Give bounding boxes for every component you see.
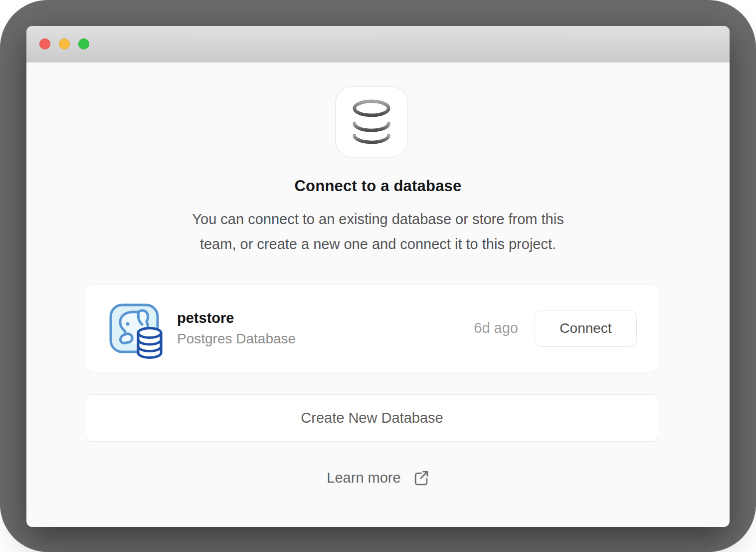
dialog-title: Connect to a database: [26, 177, 730, 195]
external-link-icon: [413, 470, 429, 486]
zoom-window-button[interactable]: [78, 38, 89, 49]
database-name: petstore: [177, 310, 296, 326]
database-last-used: 6d ago: [474, 320, 518, 336]
window-titlebar: [26, 26, 730, 62]
database-type: Postgres Database: [177, 331, 296, 347]
create-new-database-button[interactable]: Create New Database: [86, 394, 658, 442]
app-window: Connect to a database You can connect to…: [26, 26, 730, 527]
dialog-description-line1: You can connect to an existing database …: [192, 211, 564, 227]
dialog-description: You can connect to an existing database …: [26, 207, 730, 257]
close-window-button[interactable]: [39, 38, 50, 49]
database-list-item: petstore Postgres Database 6d ago Connec…: [86, 284, 658, 372]
connect-button[interactable]: Connect: [535, 310, 637, 347]
postgres-elephant-icon: [109, 303, 159, 353]
learn-more-label: Learn more: [327, 470, 400, 486]
minimize-window-button[interactable]: [59, 38, 70, 49]
database-icon: [346, 96, 397, 148]
database-hero-card: [335, 86, 408, 158]
database-badge-icon: [135, 326, 164, 359]
dialog-content: Connect to a database You can connect to…: [26, 62, 730, 527]
screenshot-backdrop: Connect to a database You can connect to…: [0, 0, 756, 552]
learn-more-link[interactable]: Learn more: [26, 470, 730, 486]
database-meta: petstore Postgres Database: [177, 310, 296, 347]
dialog-description-line2: team, or create a new one and connect it…: [200, 236, 556, 252]
